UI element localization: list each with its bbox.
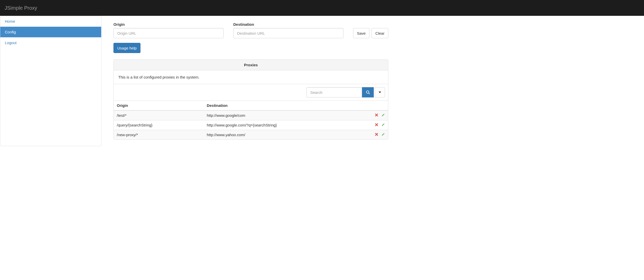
table-row: /new-proxy/* http://www.yahoo.com/ (114, 130, 388, 140)
search-dropdown-button[interactable] (375, 87, 385, 97)
edit-icon[interactable] (381, 133, 385, 136)
search-input[interactable] (306, 87, 362, 97)
navbar: JSimple Proxy (0, 0, 644, 16)
edit-icon[interactable] (381, 123, 385, 126)
column-origin[interactable]: Origin (114, 101, 204, 111)
sidebar-item-config[interactable]: Config (0, 27, 101, 37)
destination-label: Destination (233, 22, 343, 27)
cell-destination: http://www.yahoo.com/ (204, 130, 368, 140)
destination-input[interactable] (233, 28, 343, 38)
sidebar: Home Config Logout (0, 16, 101, 146)
app-brand[interactable]: JSimple Proxy (5, 5, 37, 11)
caret-down-icon (379, 92, 381, 93)
sidebar-item-logout[interactable]: Logout (0, 37, 101, 48)
search-icon (366, 90, 370, 94)
save-button[interactable]: Save (353, 28, 369, 38)
column-destination[interactable]: Destination (204, 101, 368, 111)
sidebar-item-home[interactable]: Home (0, 16, 101, 27)
cell-origin: /test/* (114, 110, 204, 120)
origin-input[interactable] (113, 28, 224, 38)
clear-button[interactable]: Clear (371, 28, 388, 38)
svg-line-1 (369, 93, 370, 94)
delete-icon[interactable] (375, 123, 378, 126)
cell-origin: /query/{searchString} (114, 120, 204, 130)
search-button[interactable] (362, 87, 374, 97)
edit-icon[interactable] (381, 113, 385, 117)
panel-description: This is a list of configured proxies in … (114, 70, 388, 84)
cell-destination: http://www.google.com/?q={searchString} (204, 120, 368, 130)
delete-icon[interactable] (375, 133, 378, 136)
origin-label: Origin (113, 22, 224, 27)
proxies-table: Origin Destination /test/* http://www.go… (114, 100, 388, 139)
main-content: Origin Destination Save Clear Usage help… (101, 16, 392, 146)
usage-help-button[interactable]: Usage help (113, 43, 140, 53)
cell-origin: /new-proxy/* (114, 130, 204, 140)
table-row: /query/{searchString} http://www.google.… (114, 120, 388, 130)
table-row: /test/* http://www.google/com (114, 110, 388, 120)
proxies-panel: Proxies This is a list of configured pro… (113, 59, 388, 140)
svg-point-0 (366, 91, 369, 93)
cell-destination: http://www.google/com (204, 110, 368, 120)
panel-title: Proxies (114, 60, 388, 70)
delete-icon[interactable] (375, 113, 378, 117)
